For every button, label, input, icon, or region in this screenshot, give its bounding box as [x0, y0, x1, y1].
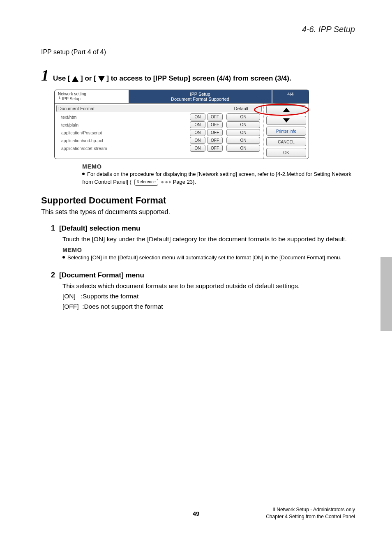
memo-text: Selecting [ON] in the [Default] selectio… — [62, 254, 355, 262]
arrow-down-icon — [98, 76, 105, 82]
bullet-icon — [82, 173, 85, 175]
default-on-button[interactable]: ON — [226, 113, 260, 120]
default-on-button[interactable]: ON — [226, 129, 260, 136]
th-default: Default — [223, 106, 260, 111]
memo-label: MEMO — [62, 247, 355, 253]
row-label: application/octet-stream — [56, 146, 188, 151]
item-body: Touch the [ON] key under the [Default] c… — [62, 234, 355, 245]
section-desc: This sets the types of documents support… — [41, 208, 355, 216]
arrow-down-icon — [283, 118, 290, 122]
item-body-text: This selects which document formats are … — [62, 281, 355, 291]
table-row: text/html ON OFF ON — [56, 113, 262, 120]
item-title: [Document Format] menu — [59, 271, 144, 279]
default-on-button[interactable]: ON — [226, 121, 260, 128]
panel-table: Document Format Default text/html ON OFF… — [55, 104, 263, 159]
table-row: text/plain ON OFF ON — [56, 121, 262, 128]
step-text-mid: ] or [ — [81, 74, 96, 82]
row-label: text/html — [56, 115, 188, 120]
panel-top: Network setting └ IPP Setup IPP Setup Do… — [55, 90, 309, 103]
ok-button[interactable]: OK — [266, 148, 306, 157]
section-title: Supported Document Format — [41, 195, 355, 206]
memo-inner-text: Selecting [ON] in the [Default] selectio… — [67, 254, 341, 261]
page-header: 4-6. IPP Setup — [41, 25, 355, 36]
bullet-icon — [62, 256, 65, 259]
item-line-off: [OFF] :Does not support the format — [62, 302, 355, 312]
default-on-button[interactable]: ON — [226, 137, 260, 144]
header-title: 4-6. IPP Setup — [41, 25, 355, 34]
printer-info-button[interactable]: Printer Info — [266, 127, 306, 136]
breadcrumb-line1: Network setting — [58, 92, 125, 97]
th-format: Document Format — [58, 106, 186, 111]
on-button[interactable]: ON — [190, 145, 205, 152]
item-2: 2 [Document Format] menu This selects wh… — [51, 271, 355, 312]
step-number: 1 — [41, 67, 49, 83]
item-body: This selects which document formats are … — [62, 281, 355, 312]
panel-breadcrumb: Network setting └ IPP Setup — [55, 90, 129, 103]
item-number: 2 — [51, 271, 55, 279]
side-tab — [380, 257, 392, 331]
row-label: application/Postscript — [56, 130, 188, 135]
footer-line1: II Network Setup - Administrators only — [266, 506, 355, 513]
page: 4-6. IPP Setup IPP setup (Part 4 of 4) 1… — [0, 0, 392, 534]
triangle-right-icon — [169, 180, 171, 184]
memo-block-2: MEMO Selecting [ON] in the [Default] sel… — [62, 247, 355, 262]
panel-body: Document Format Default text/html ON OFF… — [55, 103, 309, 159]
control-panel-screenshot: Network setting └ IPP Setup IPP Setup Do… — [54, 90, 309, 159]
default-on-button[interactable]: ON — [226, 145, 260, 152]
step-text: Use [ ] or [ ] to access to [IPP Setup] … — [53, 74, 291, 83]
item-1: 1 [Default] selection menu Touch the [ON… — [51, 224, 355, 262]
arrow-up-icon — [283, 108, 290, 112]
off-button[interactable]: OFF — [207, 129, 223, 136]
breadcrumb-line2: └ IPP Setup — [58, 97, 125, 102]
off-button[interactable]: OFF — [207, 113, 223, 120]
panel-page-indicator: 4/4 — [272, 90, 309, 103]
memo-text-b: Page 23). — [173, 179, 196, 185]
on-button[interactable]: ON — [190, 137, 205, 144]
row-label: application/vnd.hp-pcl — [56, 138, 188, 143]
step-text-post: ] to access to [IPP Setup] screen (4/4) … — [106, 74, 291, 82]
row-label: text/plain — [56, 122, 188, 127]
footer-right: II Network Setup - Administrators only C… — [266, 506, 355, 520]
memo-block-1: MEMO For details on the procedure for di… — [82, 163, 355, 186]
panel: Network setting └ IPP Setup IPP Setup Do… — [54, 90, 309, 159]
panel-title-bar: IPP Setup Document Format Supported — [129, 90, 272, 103]
item-number: 1 — [51, 224, 55, 233]
on-button[interactable]: ON — [190, 129, 205, 136]
reference-badge: Reference — [134, 179, 158, 186]
step-text-pre: Use [ — [53, 74, 70, 82]
footer-line2: Chapter 4 Setting from the Control Panel — [266, 513, 355, 520]
step-1: 1 Use [ ] or [ ] to access to [IPP Setup… — [41, 67, 355, 83]
off-button[interactable]: OFF — [207, 137, 223, 144]
item-line-on: [ON] :Supports the format — [62, 291, 355, 302]
memo-label: MEMO — [82, 163, 355, 170]
off-button[interactable]: OFF — [207, 121, 223, 128]
item-head: 1 [Default] selection menu — [51, 224, 355, 233]
dots-icon: ●● — [161, 179, 169, 185]
on-button[interactable]: ON — [190, 121, 205, 128]
page-up-button[interactable] — [266, 105, 306, 114]
on-button[interactable]: ON — [190, 113, 205, 120]
cancel-button[interactable]: CANCEL — [266, 137, 306, 146]
table-row: application/vnd.hp-pcl ON OFF ON — [56, 137, 262, 144]
panel-table-header: Document Format Default — [56, 105, 262, 112]
item-title: [Default] selection menu — [59, 224, 140, 233]
panel-subtitle: Document Format Supported — [131, 97, 269, 102]
off-button[interactable]: OFF — [207, 145, 223, 152]
memo-text: For details on the procedure for display… — [82, 171, 355, 186]
table-row: application/Postscript ON OFF ON — [56, 129, 262, 136]
memo-text-a: For details on the procedure for display… — [82, 171, 351, 185]
arrow-up-icon — [72, 76, 78, 82]
panel-side-buttons: Printer Info CANCEL OK — [263, 104, 309, 159]
item-head: 2 [Document Format] menu — [51, 271, 355, 279]
page-down-button[interactable] — [266, 116, 306, 125]
table-row: application/octet-stream ON OFF ON — [56, 145, 262, 152]
panel-title: IPP Setup — [131, 92, 269, 97]
sub-heading: IPP setup (Part 4 of 4) — [41, 48, 355, 56]
